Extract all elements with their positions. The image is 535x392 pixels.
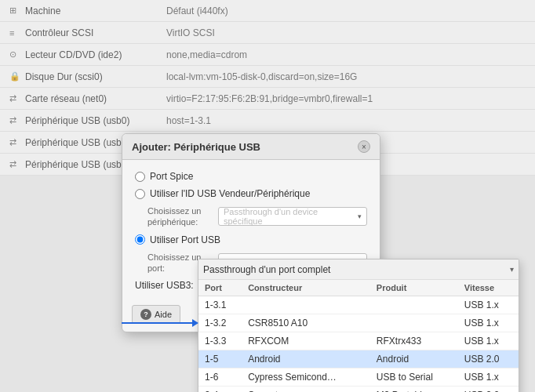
col-constructeur: Constructeur: [242, 280, 370, 296]
table-row[interactable]: 1-3.3RFXCOMRFXtrx433USB 1.x: [198, 332, 519, 350]
arrow-head: [192, 319, 198, 327]
cell-constructeur: Cypress Semicond…: [242, 368, 370, 387]
cell-vitesse: USB 1.x: [458, 368, 519, 387]
help-label: Aide: [155, 310, 172, 319]
dropdown-chevron-icon: ▾: [510, 265, 514, 274]
cell-constructeur: [242, 296, 370, 314]
port-table: Port Constructeur Produit Vitesse 1-3.1U…: [198, 280, 519, 392]
cell-vitesse: USB 2.0: [458, 350, 519, 368]
cell-constructeur: RFXCOM: [242, 332, 370, 350]
cell-produit: [370, 314, 458, 332]
dialog-header: Ajouter: Périphérique USB ×: [122, 134, 380, 160]
table-row[interactable]: 1-3.1USB 1.x: [198, 296, 519, 314]
radio-vendor-device-label[interactable]: Utiliser l'ID USB Vendeur/Périphérique: [150, 188, 310, 199]
port-dropdown-popup: Passthrough d'un port complet ▾ Port Con…: [198, 259, 519, 392]
usb3-label: Utiliser USB3:: [135, 280, 194, 291]
device-field-row: Choisissez un périphérique: Passthrough …: [147, 205, 367, 228]
cell-constructeur: CSR8510 A10: [242, 314, 370, 332]
cell-produit: Android: [370, 350, 458, 368]
cell-port: 1-6: [198, 368, 242, 387]
cell-port: 1-5: [198, 350, 242, 368]
radio-port-spice-label[interactable]: Port Spice: [150, 171, 193, 182]
dialog-title: Ajouter: Périphérique USB: [132, 141, 260, 153]
cell-produit: USB to Serial: [370, 368, 458, 387]
table-row[interactable]: 1-6Cypress Semicond…USB to SerialUSB 1.x: [198, 368, 519, 387]
cell-constructeur: Seagate: [242, 387, 370, 393]
cell-port: 1-3.1: [198, 296, 242, 314]
cell-produit: RFXtrx433: [370, 332, 458, 350]
radio-use-port-label[interactable]: Utiliser Port USB: [150, 234, 220, 245]
table-row[interactable]: 1-3.2CSR8510 A10USB 1.x: [198, 314, 519, 332]
col-produit: Produit: [370, 280, 458, 296]
cell-produit: [370, 296, 458, 314]
radio-port-spice[interactable]: [135, 172, 145, 182]
cell-port: 1-3.3: [198, 332, 242, 350]
radio-vendor-device-row: Utiliser l'ID USB Vendeur/Périphérique: [135, 188, 367, 199]
dropdown-select-row[interactable]: Passthrough d'un port complet ▾: [198, 260, 519, 280]
cell-vitesse: USB 1.x: [458, 296, 519, 314]
chevron-down-icon: ▾: [358, 212, 362, 220]
cell-constructeur: Android: [242, 350, 370, 368]
device-select-placeholder: Passthrough d'un device spécifique: [224, 207, 358, 226]
radio-use-port[interactable]: [135, 234, 145, 245]
col-vitesse: Vitesse: [458, 280, 519, 296]
close-button[interactable]: ×: [358, 140, 370, 153]
close-icon: ×: [362, 143, 366, 151]
table-row[interactable]: 2-4SeagateM3 PortableUSB 3.0: [198, 387, 519, 393]
arrow-annotation: [122, 319, 198, 327]
cell-vitesse: USB 1.x: [458, 314, 519, 332]
cell-port: 2-4: [198, 387, 242, 393]
arrow-line: [122, 322, 192, 324]
cell-port: 1-3.2: [198, 314, 242, 332]
radio-vendor-device[interactable]: [135, 189, 145, 199]
device-select[interactable]: Passthrough d'un device spécifique ▾: [218, 207, 367, 226]
cell-vitesse: USB 3.0: [458, 387, 519, 393]
dropdown-selected-value: Passthrough d'un port complet: [203, 264, 510, 275]
table-row[interactable]: 1-5AndroidAndroidUSB 2.0: [198, 350, 519, 368]
radio-use-port-row: Utiliser Port USB: [135, 234, 367, 245]
col-port: Port: [198, 280, 242, 296]
cell-vitesse: USB 1.x: [458, 332, 519, 350]
cell-produit: M3 Portable: [370, 387, 458, 393]
table-header-row: Port Constructeur Produit Vitesse: [198, 280, 519, 296]
radio-port-spice-row: Port Spice: [135, 171, 367, 182]
device-field-label: Choisissez un périphérique:: [147, 205, 218, 228]
